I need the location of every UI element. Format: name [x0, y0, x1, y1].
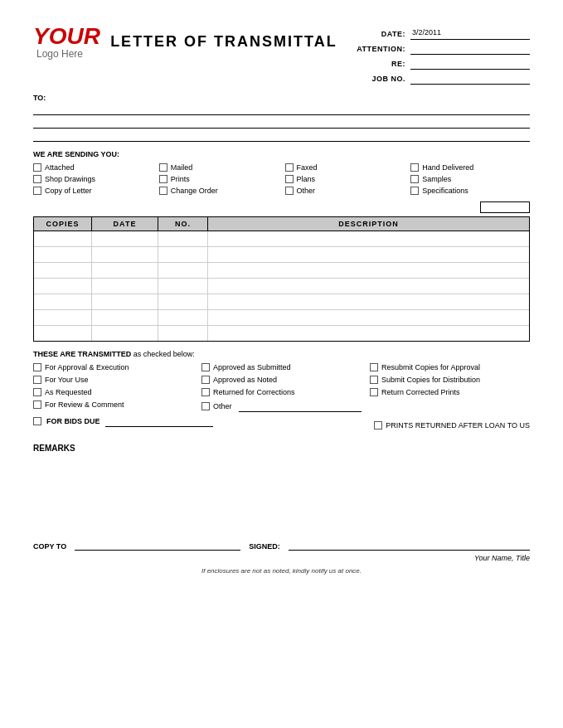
cb-mailed: Mailed [159, 163, 279, 172]
td-desc-6 [208, 310, 529, 325]
cb-return-corrected-box[interactable] [370, 388, 378, 396]
table-row [34, 231, 529, 247]
transmitted-bold: THESE ARE TRANSMITTED [33, 350, 131, 358]
cb-samples-box[interactable] [410, 175, 419, 183]
cb-resubmit-label: Resubmit Copies for Approval [381, 363, 480, 371]
cb-as-requested-box[interactable] [33, 388, 41, 396]
cb-for-review-box[interactable] [33, 400, 41, 409]
jobno-value [410, 73, 530, 85]
remarks-section: REMARKS [33, 444, 530, 522]
td-date-5 [92, 294, 158, 309]
transmitted-col3: Resubmit Copies for Approval Submit Copi… [370, 363, 530, 412]
td-desc-4 [208, 279, 529, 294]
cb-resubmit: Resubmit Copies for Approval [370, 363, 530, 371]
table-row [34, 247, 529, 263]
cb-other-top-box[interactable] [285, 187, 294, 195]
remarks-label: REMARKS [33, 444, 530, 453]
date-label: DATE: [347, 30, 405, 38]
cb-mailed-box[interactable] [159, 163, 167, 172]
td-desc-5 [208, 294, 529, 309]
bids-label: FOR BIDS DUE [46, 417, 100, 425]
cb-specifications: Specifications [410, 187, 530, 195]
jobno-label: JOB NO. [347, 75, 405, 83]
cb-return-corrected: Return Corrected Prints [370, 388, 530, 396]
cb-approved-submitted-label: Approved as Submitted [213, 363, 291, 371]
doc-title: LETTER OF TRANSMITTAL [100, 33, 347, 51]
date-row: DATE: 3/2/2011 [347, 28, 530, 40]
cb-approved-noted-label: Approved as Noted [213, 376, 277, 384]
cb-bids-box[interactable] [33, 417, 41, 425]
cb-other-bottom-box[interactable] [201, 402, 210, 410]
cb-copy-of-letter: Copy of Letter [33, 187, 153, 195]
prints-row: PRINTS RETURNED AFTER LOAN TO US [374, 421, 530, 430]
cb-faxed-label: Faxed [297, 163, 318, 172]
cb-other-bottom-label: Other [213, 402, 232, 410]
transmitted-section: THESE ARE TRANSMITTED as checked below: … [33, 350, 530, 435]
td-date-3 [92, 263, 158, 278]
re-value [410, 58, 530, 70]
cb-for-approval-label: For Approval & Execution [45, 363, 129, 371]
table-row [34, 310, 529, 326]
td-no-5 [158, 294, 208, 309]
cb-for-review: For Review & Comment [33, 400, 193, 409]
td-copies-7 [34, 326, 92, 341]
cb-plans-box[interactable] [285, 175, 294, 183]
cb-specifications-box[interactable] [410, 187, 419, 195]
cb-specifications-label: Specifications [422, 187, 468, 195]
cb-submit-copies-box[interactable] [370, 376, 378, 384]
cb-for-approval-box[interactable] [33, 363, 41, 371]
table-header: COPIES DATE NO. DESCRIPTION [34, 217, 529, 231]
cb-as-requested-label: As Requested [45, 388, 92, 396]
to-section: TO: [33, 93, 530, 142]
signed-label: SIGNED: [249, 542, 280, 551]
cb-change-order-box[interactable] [159, 187, 167, 195]
title-area: LETTER OF TRANSMITTAL [100, 25, 347, 51]
td-desc-1 [208, 231, 529, 246]
name-title: Your Name, Title [33, 554, 530, 562]
cb-plans-label: Plans [297, 175, 316, 183]
cb-hand-delivered-label: Hand Delivered [422, 163, 473, 172]
cb-for-your-use-box[interactable] [33, 376, 41, 384]
other-line [239, 400, 362, 412]
cb-hand-delivered-box[interactable] [410, 163, 419, 172]
cb-shop-drawings-box[interactable] [33, 175, 41, 183]
td-date-4 [92, 279, 158, 294]
re-label: RE: [347, 60, 405, 68]
cb-submit-copies: Submit Copies for Distribution [370, 376, 530, 384]
td-desc-2 [208, 247, 529, 262]
td-copies-5 [34, 294, 92, 309]
transmitted-sub: as checked below: [133, 350, 195, 358]
td-date-2 [92, 247, 158, 262]
cb-attached-label: Attached [45, 163, 75, 172]
cb-prints-box[interactable] [159, 175, 167, 183]
td-copies-4 [34, 279, 92, 294]
cb-plans: Plans [285, 175, 405, 183]
cb-approved-submitted: Approved as Submitted [201, 363, 362, 371]
th-description: DESCRIPTION [208, 217, 529, 231]
cb-approved-submitted-box[interactable] [201, 363, 210, 371]
cb-faxed: Faxed [285, 163, 405, 172]
checkboxes-grid: Attached Mailed Faxed Hand Delivered Sho… [33, 163, 530, 195]
cb-attached-box[interactable] [33, 163, 41, 172]
cb-faxed-box[interactable] [285, 163, 294, 172]
td-no-1 [158, 231, 208, 246]
cb-copy-of-letter-box[interactable] [33, 187, 41, 195]
copy-to-label: COPY TO [33, 542, 66, 551]
cb-prints-returned-box[interactable] [374, 421, 382, 430]
to-line-2 [33, 117, 530, 129]
td-no-7 [158, 326, 208, 341]
table-row [34, 263, 529, 279]
cb-change-order: Change Order [159, 187, 279, 195]
td-date-6 [92, 310, 158, 325]
cb-returned-corrections-box[interactable] [201, 388, 210, 396]
cb-resubmit-box[interactable] [370, 363, 378, 371]
td-no-3 [158, 263, 208, 278]
cb-shop-drawings-label: Shop Drawings [45, 175, 95, 183]
td-no-2 [158, 247, 208, 262]
td-date-7 [92, 326, 158, 341]
remarks-space [33, 456, 530, 522]
cb-approved-noted-box[interactable] [201, 376, 210, 384]
attention-value [410, 43, 530, 55]
td-no-6 [158, 310, 208, 325]
to-left: TO: [33, 93, 530, 142]
